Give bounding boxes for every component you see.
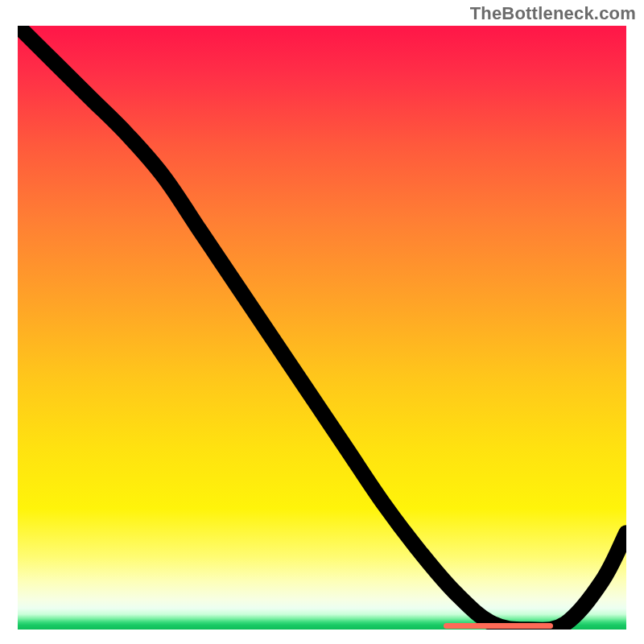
bottleneck-curve — [18, 26, 626, 630]
plot-area — [18, 26, 626, 630]
curve-layer — [18, 26, 626, 630]
optimal-range-marker — [444, 623, 553, 629]
chart-frame: TheBottleneck.com — [0, 0, 644, 644]
attribution-label: TheBottleneck.com — [470, 3, 636, 24]
